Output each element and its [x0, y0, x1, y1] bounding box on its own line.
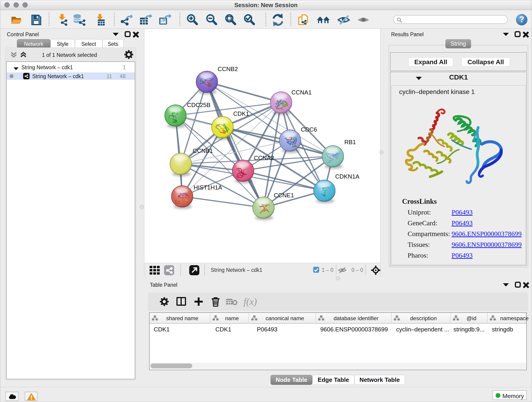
- svg-text:HIST1H1A: HIST1H1A: [194, 184, 222, 191]
- svg-text:CDC25B: CDC25B: [187, 102, 210, 108]
- svg-text:CCNA1: CCNA1: [291, 89, 312, 96]
- svg-text:CDC6: CDC6: [301, 126, 317, 133]
- svg-text:RB1: RB1: [344, 139, 356, 146]
- svg-text:CCNA2: CCNA2: [254, 154, 274, 161]
- svg-text:CDK1: CDK1: [233, 110, 249, 117]
- svg-text:CCNE1: CCNE1: [274, 192, 294, 199]
- svg-text:CCNB2: CCNB2: [218, 65, 238, 72]
- svg-text:CDKN1A: CDKN1A: [335, 173, 360, 180]
- svg-text:CCNB1: CCNB1: [193, 147, 213, 154]
